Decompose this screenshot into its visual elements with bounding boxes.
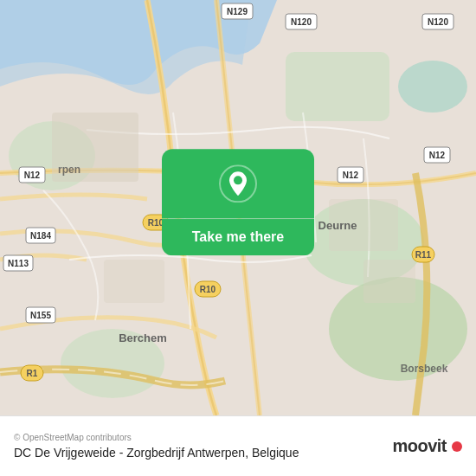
location-name: DC De Vrijgeweide - Zorgbedrijf Antwerpe…	[14, 446, 392, 460]
svg-text:Berchem: Berchem	[119, 331, 167, 344]
svg-text:N129: N129	[227, 7, 248, 16]
bottom-bar: © OpenStreetMap contributors DC De Vrijg…	[0, 415, 476, 476]
svg-text:rpen: rpen	[58, 164, 80, 176]
svg-text:N155: N155	[30, 311, 51, 320]
svg-rect-11	[104, 260, 164, 303]
svg-text:N184: N184	[30, 231, 51, 241]
svg-text:N12: N12	[429, 151, 446, 160]
location-pin-icon	[219, 164, 257, 203]
svg-text:R10: R10	[200, 285, 216, 294]
svg-text:R11: R11	[415, 250, 432, 260]
svg-rect-12	[363, 260, 415, 303]
svg-text:N120: N120	[428, 17, 448, 27]
svg-text:N120: N120	[291, 17, 312, 27]
moovit-brand-text: moovit	[392, 436, 447, 456]
button-overlay: Take me there	[162, 149, 314, 255]
svg-text:N12: N12	[24, 170, 41, 180]
bottom-info: © OpenStreetMap contributors DC De Vrijg…	[14, 433, 392, 460]
take-me-there-button[interactable]: Take me there	[162, 218, 314, 255]
svg-text:Deurne: Deurne	[318, 219, 357, 232]
moovit-dot-icon	[452, 441, 462, 452]
map-container: N120 N120 N129 R10 R10 N12 N12 N12 N184 …	[0, 0, 476, 415]
svg-text:Borsbeek: Borsbeek	[401, 363, 448, 375]
osm-attribution: © OpenStreetMap contributors	[14, 433, 392, 442]
svg-text:N12: N12	[343, 170, 359, 180]
svg-point-5	[398, 61, 467, 113]
svg-rect-4	[286, 52, 389, 121]
svg-text:N113: N113	[8, 259, 29, 268]
svg-text:R1: R1	[27, 369, 38, 378]
location-pin-area	[162, 149, 314, 218]
moovit-logo: moovit	[392, 436, 462, 456]
svg-point-45	[234, 176, 242, 184]
